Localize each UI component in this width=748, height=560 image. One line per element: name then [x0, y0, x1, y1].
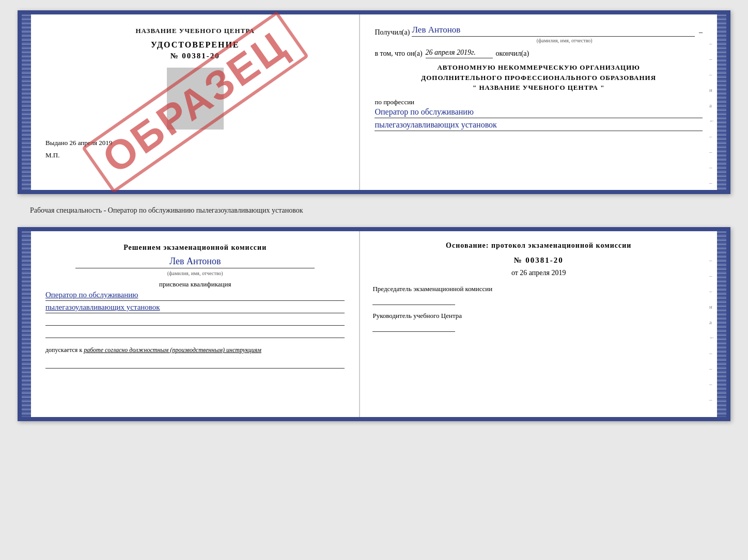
received-label: Получил(а) — [375, 28, 410, 37]
doc-spine-left — [22, 14, 31, 190]
school-title-top: НАЗВАНИЕ УЧЕБНОГО ЦЕНТРА — [45, 27, 345, 35]
top-doc-right-panel: Получил(а) Лев Антонов – (фамилия, имя, … — [360, 14, 717, 190]
protocol-date: от 26 апреля 2019 — [372, 269, 705, 277]
doc-spine-right-bottom — [717, 231, 726, 417]
top-document: НАЗВАНИЕ УЧЕБНОГО ЦЕНТРА ОБРАЗЕЦ УДОСТОВ… — [18, 10, 730, 194]
empty-line-2 — [45, 329, 345, 338]
fio-hint-top: (фамилия, имя, отчество) — [375, 38, 703, 43]
head-sig-line — [372, 323, 455, 332]
bottom-doc-right-panel: Основание: протокол экзаменационной коми… — [360, 231, 717, 417]
date-line: в том, что он(а) 26 апреля 2019г. окончи… — [375, 49, 703, 58]
doc-spine-left-bottom — [22, 231, 31, 417]
issued-label: Выдано — [45, 139, 68, 147]
top-doc-left-panel: НАЗВАНИЕ УЧЕБНОГО ЦЕНТРА ОБРАЗЕЦ УДОСТОВ… — [31, 14, 360, 190]
allowed-prefix: допускается к — [45, 346, 82, 354]
profession-label: по профессии — [375, 98, 703, 106]
photo-placeholder — [167, 68, 224, 130]
date-value: 26 апреля 2019г. — [426, 49, 493, 58]
person-name: Лев Антонов — [75, 256, 315, 268]
profession-value1: Оператор по обслуживанию — [375, 107, 703, 118]
chairman-sig-line — [372, 296, 455, 305]
head-label: Руководитель учебного Центра — [372, 311, 705, 321]
chairman-block: Председатель экзаменационной комиссии — [372, 284, 705, 305]
qual-line2: пылегазоулавливающих установок — [45, 303, 345, 313]
received-name: Лев Антонов — [412, 25, 695, 37]
doc-spine-right-top — [717, 14, 726, 190]
issued-date-value: 26 апреля 2019 — [70, 139, 113, 147]
basis-title: Основание: протокол экзаменационной коми… — [372, 242, 705, 250]
empty-line-3 — [45, 359, 345, 369]
org-line2: ДОПОЛНИТЕЛЬНОГО ПРОФЕССИОНАЛЬНОГО ОБРАЗО… — [375, 73, 703, 83]
bottom-doc-left-panel: Решением экзаменационной комиссии Лев Ан… — [31, 231, 360, 417]
commission-title: Решением экзаменационной комиссии — [45, 244, 345, 252]
org-line3: " НАЗВАНИЕ УЧЕБНОГО ЦЕНТРА " — [375, 83, 703, 93]
allowed-label: допускается к работе согласно должностны… — [45, 346, 345, 354]
protocol-date-prefix: от — [511, 269, 518, 277]
org-block: АВТОНОМНУЮ НЕКОММЕРЧЕСКУЮ ОРГАНИЗАЦИЮ ДО… — [375, 62, 703, 93]
bottom-document: Решением экзаменационной комиссии Лев Ан… — [18, 227, 730, 421]
separator-text: Рабочая специальность - Оператор по обсл… — [18, 202, 730, 219]
profession-value2: пылегазоулавливающих установок — [375, 120, 703, 131]
empty-line-1 — [45, 316, 345, 326]
okonchil-label: окончил(а) — [496, 50, 529, 58]
fio-hint-bottom: (фамилия, имя, отчество) — [45, 270, 345, 276]
head-block: Руководитель учебного Центра — [372, 311, 705, 332]
cert-label: УДОСТОВЕРЕНИЕ — [45, 40, 345, 50]
mp-label: М.П. — [45, 151, 345, 159]
received-dash: – — [699, 28, 703, 37]
allowed-value: работе согласно должностным (производств… — [84, 346, 261, 354]
protocol-number: № 00381-20 — [372, 256, 705, 265]
side-marks-top: – – – и а ← – – – – — [709, 40, 715, 186]
side-marks-bottom: – – – и а ← – – – – — [709, 257, 715, 403]
protocol-date-value: 26 апреля 2019 — [520, 269, 566, 277]
issued-date: Выдано 26 апреля 2019 — [45, 139, 345, 147]
chairman-label: Председатель экзаменационной комиссии — [372, 284, 705, 294]
cert-number: № 00381-20 — [45, 52, 345, 60]
qual-label: присвоена квалификация — [45, 280, 345, 289]
qual-line1: Оператор по обслуживанию — [45, 291, 345, 301]
received-line: Получил(а) Лев Антонов – — [375, 25, 703, 37]
date-prefix: в том, что он(а) — [375, 50, 422, 58]
org-line1: АВТОНОМНУЮ НЕКОММЕРЧЕСКУЮ ОРГАНИЗАЦИЮ — [375, 62, 703, 73]
